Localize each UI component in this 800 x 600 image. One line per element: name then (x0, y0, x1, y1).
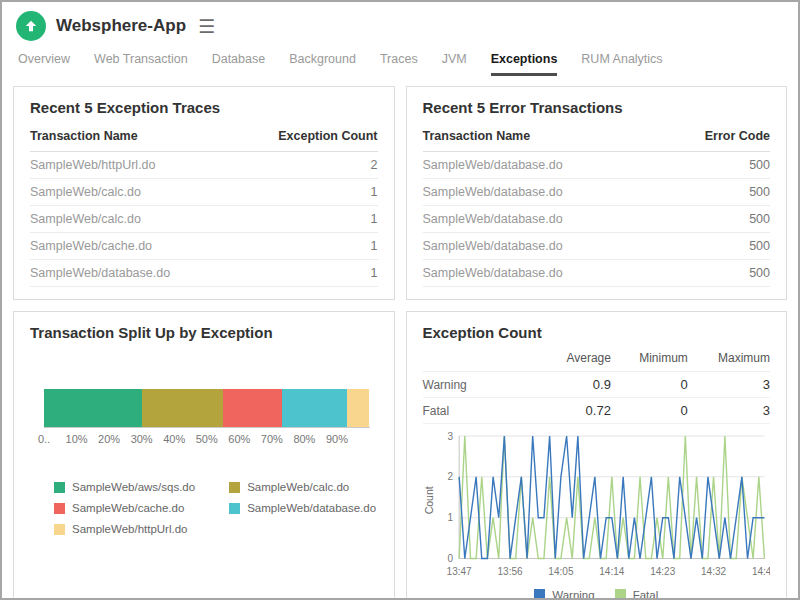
table-row[interactable]: SampleWeb/database.do500 (423, 179, 771, 206)
x-tick-label: 14:05 (548, 566, 574, 577)
tab-rum-analytics[interactable]: RUM Analytics (581, 48, 662, 76)
tab-jvm[interactable]: JVM (442, 48, 467, 76)
transaction-name: SampleWeb/database.do (423, 152, 660, 179)
stats-row-fatal: Fatal0.7203 (423, 398, 771, 424)
stats-row-warning: Warning0.903 (423, 372, 771, 398)
transaction-name: SampleWeb/httpUrl.do (30, 152, 233, 179)
table-row[interactable]: SampleWeb/httpUrl.do2 (30, 152, 378, 179)
legend-item-sampleweb-cache-do[interactable]: SampleWeb/cache.do (54, 502, 195, 514)
x-tick-label: 13:56 (497, 566, 523, 577)
tab-bar: OverviewWeb TransactionDatabaseBackgroun… (2, 45, 798, 76)
table-row[interactable]: SampleWeb/database.do500 (423, 152, 771, 179)
column-header-transaction-name: Transaction Name (30, 120, 233, 152)
transaction-name: SampleWeb/calc.do (30, 206, 233, 233)
stats-value: 0 (611, 398, 688, 424)
row-value: 500 (660, 260, 770, 287)
stacked-bar-chart: 0..10%20%30%40%50%60%70%80%90% (44, 389, 370, 449)
legend-swatch (229, 503, 240, 514)
column-header-exception-count: Exception Count (233, 120, 377, 152)
row-value: 500 (660, 179, 770, 206)
axis-tick-label: 40% (163, 433, 185, 445)
x-tick-label: 14:23 (650, 566, 676, 577)
legend-item-sampleweb-httpurl-do[interactable]: SampleWeb/httpUrl.do (54, 523, 195, 535)
tab-traces[interactable]: Traces (380, 48, 418, 76)
legend-swatch (54, 503, 65, 514)
y-axis-label: Count (423, 486, 435, 514)
table-row[interactable]: SampleWeb/database.do500 (423, 260, 771, 287)
legend-item-sampleweb-database-do[interactable]: SampleWeb/database.do (229, 502, 376, 514)
row-value: 1 (233, 206, 377, 233)
transaction-name: SampleWeb/database.do (423, 260, 660, 287)
stats-value: 0 (611, 372, 688, 398)
column-header-error-code: Error Code (660, 120, 770, 152)
bar-legend: SampleWeb/aws/sqs.doSampleWeb/calc.doSam… (54, 481, 378, 535)
app-status-icon (16, 11, 46, 41)
column-header-transaction-name: Transaction Name (423, 120, 660, 152)
tab-background[interactable]: Background (289, 48, 356, 76)
stats-row-label: Warning (423, 372, 541, 398)
legend-swatch (229, 482, 240, 493)
bar-axis: 0..10%20%30%40%50%60%70%80%90% (44, 427, 370, 449)
legend-label: Fatal (633, 589, 659, 600)
axis-tick-label: 30% (131, 433, 153, 445)
transaction-name: SampleWeb/database.do (423, 206, 660, 233)
legend-label: SampleWeb/database.do (247, 502, 376, 514)
bar-segment-sampleweb-calc-do (142, 389, 223, 427)
x-tick-label: 14:32 (701, 566, 727, 577)
row-value: 1 (233, 260, 377, 287)
exception-count-chart: Count 012313:4713:5614:0514:1414:2314:32… (423, 430, 771, 587)
stats-row-label: Fatal (423, 398, 541, 424)
axis-tick-label: 50% (196, 433, 218, 445)
tab-exceptions[interactable]: Exceptions (491, 48, 558, 76)
y-tick-label: 1 (447, 512, 453, 523)
legend-swatch (54, 524, 65, 535)
legend-swatch (615, 589, 626, 600)
table-row[interactable]: SampleWeb/calc.do1 (30, 206, 378, 233)
panel-exception-count: Exception Count Average Minimum Maximum … (406, 311, 788, 600)
legend-item-fatal[interactable]: Fatal (615, 589, 659, 600)
axis-tick-label: 20% (98, 433, 120, 445)
transaction-name: SampleWeb/database.do (423, 179, 660, 206)
up-arrow-icon (24, 19, 38, 33)
table-row[interactable]: SampleWeb/cache.do1 (30, 233, 378, 260)
dashboard-content: Recent 5 Exception Traces Transaction Na… (2, 76, 798, 600)
y-tick-label: 0 (447, 553, 453, 564)
axis-tick-label: 80% (293, 433, 315, 445)
legend-label: Warning (552, 589, 594, 600)
legend-label: SampleWeb/calc.do (247, 481, 349, 493)
y-tick-label: 3 (447, 431, 453, 442)
axis-tick-label: 10% (66, 433, 88, 445)
stats-value: 3 (688, 398, 770, 424)
stats-header-average: Average (541, 345, 611, 372)
table-row[interactable]: SampleWeb/database.do1 (30, 260, 378, 287)
transaction-name: SampleWeb/calc.do (30, 179, 233, 206)
legend-item-sampleweb-aws-sqs-do[interactable]: SampleWeb/aws/sqs.do (54, 481, 195, 493)
transaction-name: SampleWeb/database.do (30, 260, 233, 287)
stats-value: 0.72 (541, 398, 611, 424)
table-row[interactable]: SampleWeb/database.do500 (423, 206, 771, 233)
stacked-bar (44, 389, 370, 427)
x-tick-label: 14:41 (751, 566, 770, 577)
bar-segment-sampleweb-aws-sqs-do (44, 389, 142, 427)
table-row[interactable]: SampleWeb/calc.do1 (30, 179, 378, 206)
tab-web-transaction[interactable]: Web Transaction (94, 48, 188, 76)
x-tick-label: 13:47 (446, 566, 472, 577)
hamburger-menu-icon[interactable]: ☰ (198, 17, 215, 36)
legend-swatch (534, 589, 545, 600)
tab-database[interactable]: Database (212, 48, 266, 76)
panel-exception-traces: Recent 5 Exception Traces Transaction Na… (13, 86, 395, 300)
legend-item-warning[interactable]: Warning (534, 589, 594, 600)
legend-label: SampleWeb/aws/sqs.do (72, 481, 195, 493)
transaction-name: SampleWeb/database.do (423, 233, 660, 260)
tab-overview[interactable]: Overview (18, 48, 70, 76)
line-legend: WarningFatal (423, 589, 771, 600)
panel-title: Transaction Split Up by Exception (30, 324, 378, 341)
stats-header-maximum: Maximum (688, 345, 770, 372)
table-row[interactable]: SampleWeb/database.do500 (423, 233, 771, 260)
axis-tick-label: 90% (326, 433, 348, 445)
legend-label: SampleWeb/httpUrl.do (72, 523, 187, 535)
stats-header-minimum: Minimum (611, 345, 688, 372)
legend-item-sampleweb-calc-do[interactable]: SampleWeb/calc.do (229, 481, 376, 493)
row-value: 2 (233, 152, 377, 179)
x-tick-label: 14:14 (599, 566, 625, 577)
